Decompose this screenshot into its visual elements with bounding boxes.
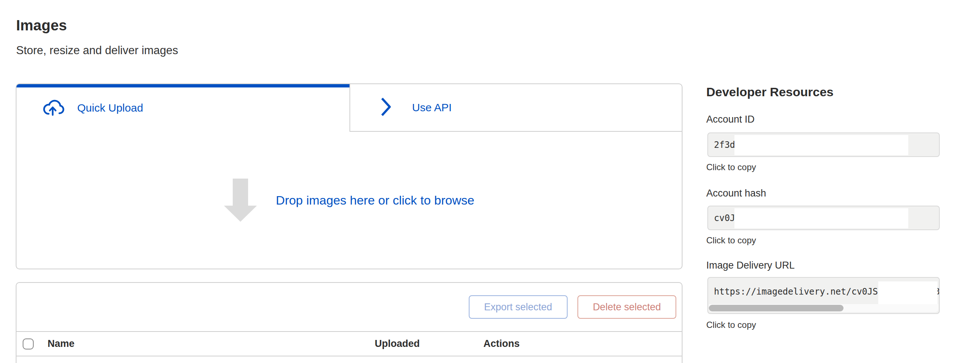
tab-use-api-label: Use API <box>412 101 452 114</box>
image-delivery-url-value: https://imagedelivery.net/cv0JSj <box>714 287 883 297</box>
export-selected-button[interactable]: Export selected <box>469 295 568 319</box>
page-subtitle: Store, resize and deliver images <box>16 44 178 57</box>
tab-use-api[interactable]: Use API <box>350 84 682 132</box>
developer-resources-heading: Developer Resources <box>706 85 834 99</box>
column-header-uploaded: Uploaded <box>375 338 420 349</box>
arrow-down-icon <box>224 178 257 222</box>
dropzone-label: Drop images here or click to browse <box>276 193 474 207</box>
account-id-field[interactable]: 2f3d <box>707 132 940 157</box>
page-title: Images <box>16 17 67 33</box>
redaction-overlay <box>735 135 908 155</box>
account-id-value: 2f3d <box>714 140 735 150</box>
cloud-upload-icon <box>41 98 65 118</box>
column-header-actions: Actions <box>484 338 520 349</box>
account-id-copy-hint: Click to copy <box>706 162 756 172</box>
table-header-row: Name Uploaded Actions <box>16 332 682 357</box>
tab-quick-upload[interactable]: Quick Upload <box>16 84 350 132</box>
account-hash-field[interactable]: cv0J <box>707 205 940 230</box>
account-hash-value: cv0J <box>714 213 735 223</box>
account-hash-label: Account hash <box>706 188 766 199</box>
delete-selected-button[interactable]: Delete selected <box>578 295 676 319</box>
image-delivery-url-label: Image Delivery URL <box>706 260 795 271</box>
upload-tabstrip: Quick Upload Use API <box>16 84 682 132</box>
image-list-card: Export selected Delete selected Name Upl… <box>16 282 682 363</box>
image-delivery-url-copy-hint: Click to copy <box>706 320 756 330</box>
redaction-overlay <box>878 282 937 304</box>
dropzone[interactable]: Drop images here or click to browse <box>16 132 682 269</box>
url-scrollbar-thumb[interactable] <box>709 305 843 311</box>
tab-quick-upload-label: Quick Upload <box>77 102 143 114</box>
column-header-name: Name <box>48 338 75 349</box>
account-id-label: Account ID <box>706 114 754 125</box>
redaction-overlay <box>735 208 908 228</box>
image-delivery-url-field[interactable]: https://imagedelivery.net/cv0JSj 3 <box>707 277 940 314</box>
select-all-checkbox[interactable] <box>23 339 33 349</box>
images-page: Images Store, resize and deliver images … <box>0 0 980 363</box>
chevron-right-icon <box>380 97 391 118</box>
upload-card: Quick Upload Use API Drop images here or… <box>16 83 682 269</box>
list-actions-row: Export selected Delete selected <box>16 283 682 332</box>
account-hash-copy-hint: Click to copy <box>706 235 756 245</box>
